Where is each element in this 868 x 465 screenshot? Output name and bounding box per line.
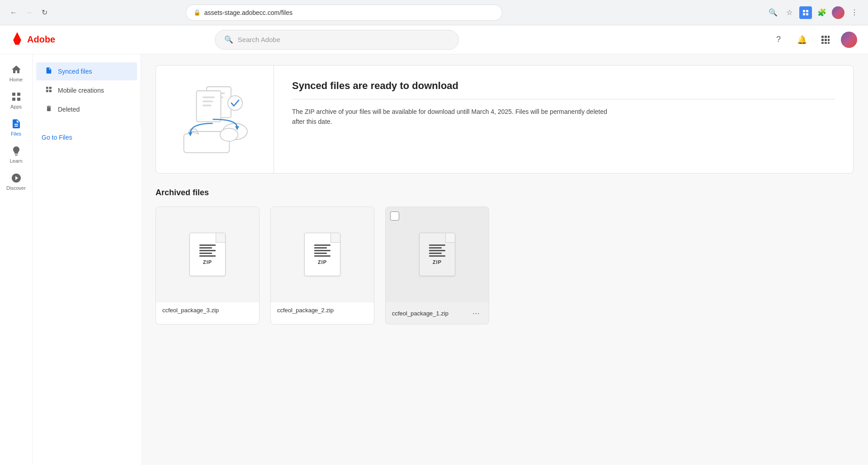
sidebar-icons: Home Apps Files [0,54,33,465]
menu-button[interactable]: ⋮ [848,6,861,19]
banner: Synced files are ready to download The Z… [156,65,854,174]
svg-rect-9 [828,36,830,38]
grid-icon [45,86,52,95]
header-actions: ? 🔔 [770,32,857,48]
sidebar-nav-deleted[interactable]: Deleted [36,100,137,118]
banner-description: The ZIP archive of your files will be av… [292,107,609,127]
file-more-button-1[interactable]: ⋯ [470,307,482,319]
main-content: Synced files are ready to download The Z… [141,54,868,465]
svg-rect-16 [12,93,15,96]
svg-rect-10 [821,39,824,41]
sidebar-item-learn[interactable]: Learn [0,141,32,168]
svg-rect-1 [806,10,808,12]
browser-actions: 🔍 ☆ 🧩 ⋮ [767,6,861,19]
svg-point-36 [228,96,242,110]
trash-icon [45,105,52,114]
browser-nav-buttons: ← → ↻ [7,6,51,19]
file-preview-2: ZIP [271,207,374,302]
sidebar-item-home[interactable]: Home [0,60,32,87]
sidebar-nav-mobile-creations[interactable]: Mobile creations [36,81,137,99]
svg-rect-21 [49,87,52,89]
svg-rect-17 [17,93,20,96]
lock-icon: 🔒 [193,9,201,16]
file-footer-2: ccfeol_package_2.zip [271,302,374,318]
svg-rect-30 [203,101,213,103]
svg-rect-12 [828,39,830,41]
browser-chrome: ← → ↻ 🔒 assets-stage.adobecc.com/files 🔍… [0,0,868,25]
search-browser-button[interactable]: 🔍 [767,6,779,19]
address-bar[interactable]: 🔒 assets-stage.adobecc.com/files [186,5,502,21]
file-card-1[interactable]: ZIP ccfeol_package_1.zip ⋯ [385,207,489,324]
svg-rect-14 [825,42,827,44]
svg-rect-18 [12,98,15,101]
sidebar-wrapper: Synced files Mobile creations [33,54,141,465]
svg-rect-23 [49,90,52,92]
svg-rect-31 [203,105,212,107]
file-card-2[interactable]: ZIP ccfeol_package_2.zip [270,207,374,324]
bookmark-button[interactable]: ☆ [783,6,796,19]
svg-rect-20 [46,87,48,89]
file-card-3[interactable]: ZIP ccfeol_package_3.zip [156,207,259,324]
mobile-creations-label: Mobile creations [58,87,104,94]
adobe-logo: Adobe [11,32,55,47]
svg-rect-2 [803,13,805,15]
zip-file-icon-3: ZIP [189,233,226,276]
url-text: assets-stage.adobecc.com/files [204,9,292,16]
adobe-logo-icon [11,32,24,47]
search-placeholder-text: Search Adobe [238,36,280,43]
go-to-files-link[interactable]: Go to Files [33,127,141,148]
file-preview-3: ZIP [156,207,259,302]
file-footer-3: ccfeol_package_3.zip [156,302,259,318]
sidebar-learn-label: Learn [9,158,22,164]
svg-rect-22 [46,90,48,92]
help-button[interactable]: ? [770,32,787,48]
section-title: Archived files [156,188,854,197]
back-button[interactable]: ← [7,6,20,19]
svg-rect-13 [821,42,824,44]
banner-illustration [156,66,274,173]
doc-icon [45,67,52,76]
sidebar-item-files[interactable]: Files [0,114,32,141]
file-preview-1: ZIP [386,207,489,302]
user-avatar[interactable] [841,32,857,48]
sidebar-files-label: Files [11,131,21,136]
zip-file-icon-2: ZIP [304,233,340,276]
sidebar-apps-label: Apps [10,104,22,109]
svg-rect-0 [803,10,805,12]
sidebar-item-discover[interactable]: Discover [0,168,32,195]
sidebar-discover-label: Discover [6,185,26,191]
svg-rect-7 [821,36,824,38]
waffle-button[interactable] [817,32,834,48]
refresh-button[interactable]: ↻ [38,6,51,19]
browser-profile-avatar[interactable] [832,6,844,19]
svg-rect-8 [825,36,827,38]
main-layout: Home Apps Files [0,54,868,465]
svg-rect-19 [17,98,20,101]
files-grid: ZIP ccfeol_package_3.zip [156,207,854,324]
app-container: Adobe 🔍 Search Adobe ? 🔔 [0,25,868,465]
sidebar-nav-synced-files[interactable]: Synced files [36,62,137,80]
forward-button[interactable]: → [23,6,35,19]
svg-point-33 [220,128,238,141]
svg-rect-15 [828,42,830,44]
svg-rect-11 [825,39,827,41]
zip-file-icon-1: ZIP [419,233,455,276]
search-icon: 🔍 [224,35,233,44]
search-bar[interactable]: 🔍 Search Adobe [215,30,459,50]
file-name-3: ccfeol_package_3.zip [162,307,219,314]
file-name-1: ccfeol_package_1.zip [392,310,448,317]
extension-icon[interactable] [799,6,812,19]
notifications-button[interactable]: 🔔 [794,32,810,48]
app-header: Adobe 🔍 Search Adobe ? 🔔 [0,25,868,54]
svg-rect-3 [806,13,808,15]
adobe-brand-text: Adobe [27,34,55,45]
file-footer-1: ccfeol_package_1.zip ⋯ [386,302,489,324]
sidebar-home-label: Home [9,77,23,82]
archived-files-section: Archived files [156,188,854,324]
file-checkbox-1[interactable] [390,211,399,221]
sidebar-item-apps[interactable]: Apps [0,87,32,114]
file-name-2: ccfeol_package_2.zip [277,307,334,314]
banner-text: Synced files are ready to download The Z… [274,66,853,173]
extensions-button[interactable]: 🧩 [816,6,828,19]
synced-files-label: Synced files [58,68,92,75]
